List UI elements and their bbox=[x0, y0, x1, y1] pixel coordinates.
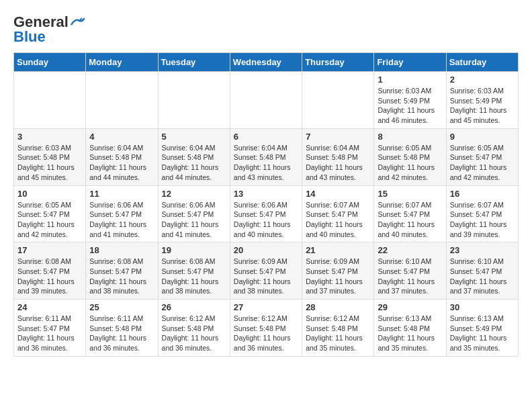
calendar-cell bbox=[230, 72, 302, 129]
day-number: 24 bbox=[17, 302, 82, 312]
calendar-cell bbox=[302, 72, 374, 129]
cell-content: Sunrise: 6:10 AM Sunset: 5:47 PM Dayligh… bbox=[378, 257, 442, 296]
calendar-cell: 19Sunrise: 6:08 AM Sunset: 5:47 PM Dayli… bbox=[158, 242, 230, 300]
calendar-header-row: SundayMondayTuesdayWednesdayThursdayFrid… bbox=[14, 53, 519, 72]
cell-content: Sunrise: 6:05 AM Sunset: 5:47 PM Dayligh… bbox=[17, 200, 82, 240]
calendar-cell: 11Sunrise: 6:06 AM Sunset: 5:47 PM Dayli… bbox=[86, 185, 158, 242]
logo-bird-icon bbox=[70, 17, 85, 28]
cell-content: Sunrise: 6:04 AM Sunset: 5:48 PM Dayligh… bbox=[89, 143, 154, 183]
calendar-cell: 29Sunrise: 6:13 AM Sunset: 5:48 PM Dayli… bbox=[374, 300, 446, 357]
day-number: 7 bbox=[306, 132, 370, 142]
day-number: 20 bbox=[234, 245, 298, 255]
calendar-week-row: 17Sunrise: 6:08 AM Sunset: 5:47 PM Dayli… bbox=[14, 242, 519, 300]
day-number: 6 bbox=[234, 132, 298, 142]
day-number: 12 bbox=[162, 189, 226, 199]
cell-content: Sunrise: 6:08 AM Sunset: 5:47 PM Dayligh… bbox=[89, 257, 154, 296]
cell-content: Sunrise: 6:05 AM Sunset: 5:48 PM Dayligh… bbox=[378, 143, 442, 183]
calendar-cell: 1Sunrise: 6:03 AM Sunset: 5:49 PM Daylig… bbox=[374, 72, 446, 129]
day-number: 25 bbox=[89, 302, 154, 312]
cell-content: Sunrise: 6:03 AM Sunset: 5:48 PM Dayligh… bbox=[17, 143, 82, 183]
day-number: 14 bbox=[306, 189, 370, 199]
calendar-cell: 26Sunrise: 6:12 AM Sunset: 5:48 PM Dayli… bbox=[158, 300, 230, 357]
calendar-cell: 30Sunrise: 6:13 AM Sunset: 5:49 PM Dayli… bbox=[446, 300, 518, 357]
calendar-cell: 18Sunrise: 6:08 AM Sunset: 5:47 PM Dayli… bbox=[86, 242, 158, 300]
calendar-week-row: 24Sunrise: 6:11 AM Sunset: 5:47 PM Dayli… bbox=[14, 300, 519, 357]
calendar-day-header: Friday bbox=[374, 53, 446, 72]
calendar-cell bbox=[86, 72, 158, 129]
calendar-cell: 27Sunrise: 6:12 AM Sunset: 5:48 PM Dayli… bbox=[230, 300, 302, 357]
calendar-day-header: Tuesday bbox=[158, 53, 230, 72]
day-number: 8 bbox=[378, 132, 442, 142]
calendar-cell: 5Sunrise: 6:04 AM Sunset: 5:48 PM Daylig… bbox=[158, 128, 230, 185]
cell-content: Sunrise: 6:04 AM Sunset: 5:48 PM Dayligh… bbox=[234, 143, 298, 183]
cell-content: Sunrise: 6:11 AM Sunset: 5:47 PM Dayligh… bbox=[17, 314, 82, 353]
day-number: 30 bbox=[450, 302, 515, 312]
calendar-week-row: 1Sunrise: 6:03 AM Sunset: 5:49 PM Daylig… bbox=[14, 72, 519, 129]
calendar-cell bbox=[14, 72, 86, 129]
page-header: General Blue bbox=[13, 13, 519, 46]
day-number: 4 bbox=[89, 132, 154, 142]
day-number: 2 bbox=[450, 75, 515, 85]
calendar-cell: 12Sunrise: 6:06 AM Sunset: 5:47 PM Dayli… bbox=[158, 185, 230, 242]
day-number: 13 bbox=[234, 189, 298, 199]
cell-content: Sunrise: 6:13 AM Sunset: 5:49 PM Dayligh… bbox=[450, 314, 515, 353]
calendar-cell: 13Sunrise: 6:06 AM Sunset: 5:47 PM Dayli… bbox=[230, 185, 302, 242]
day-number: 29 bbox=[378, 302, 442, 312]
cell-content: Sunrise: 6:04 AM Sunset: 5:48 PM Dayligh… bbox=[162, 143, 226, 183]
calendar-cell: 25Sunrise: 6:11 AM Sunset: 5:48 PM Dayli… bbox=[86, 300, 158, 357]
calendar-cell: 14Sunrise: 6:07 AM Sunset: 5:47 PM Dayli… bbox=[302, 185, 374, 242]
calendar-cell: 4Sunrise: 6:04 AM Sunset: 5:48 PM Daylig… bbox=[86, 128, 158, 185]
cell-content: Sunrise: 6:13 AM Sunset: 5:48 PM Dayligh… bbox=[378, 314, 442, 353]
day-number: 11 bbox=[89, 189, 154, 199]
day-number: 23 bbox=[450, 245, 515, 255]
day-number: 1 bbox=[378, 75, 442, 85]
day-number: 3 bbox=[17, 132, 82, 142]
cell-content: Sunrise: 6:07 AM Sunset: 5:47 PM Dayligh… bbox=[450, 200, 515, 240]
calendar-cell: 22Sunrise: 6:10 AM Sunset: 5:47 PM Dayli… bbox=[374, 242, 446, 300]
cell-content: Sunrise: 6:12 AM Sunset: 5:48 PM Dayligh… bbox=[162, 314, 226, 353]
cell-content: Sunrise: 6:07 AM Sunset: 5:47 PM Dayligh… bbox=[378, 200, 442, 240]
calendar-cell: 28Sunrise: 6:12 AM Sunset: 5:48 PM Dayli… bbox=[302, 300, 374, 357]
day-number: 27 bbox=[234, 302, 298, 312]
cell-content: Sunrise: 6:06 AM Sunset: 5:47 PM Dayligh… bbox=[162, 200, 226, 240]
calendar-cell: 6Sunrise: 6:04 AM Sunset: 5:48 PM Daylig… bbox=[230, 128, 302, 185]
day-number: 26 bbox=[162, 302, 226, 312]
calendar-cell: 2Sunrise: 6:03 AM Sunset: 5:49 PM Daylig… bbox=[446, 72, 518, 129]
cell-content: Sunrise: 6:09 AM Sunset: 5:47 PM Dayligh… bbox=[306, 257, 370, 296]
day-number: 16 bbox=[450, 189, 515, 199]
calendar-cell bbox=[158, 72, 230, 129]
cell-content: Sunrise: 6:06 AM Sunset: 5:47 PM Dayligh… bbox=[234, 200, 298, 240]
day-number: 9 bbox=[450, 132, 515, 142]
calendar-day-header: Wednesday bbox=[230, 53, 302, 72]
calendar-day-header: Thursday bbox=[302, 53, 374, 72]
calendar-day-header: Saturday bbox=[446, 53, 518, 72]
calendar-cell: 8Sunrise: 6:05 AM Sunset: 5:48 PM Daylig… bbox=[374, 128, 446, 185]
cell-content: Sunrise: 6:06 AM Sunset: 5:47 PM Dayligh… bbox=[89, 200, 154, 240]
calendar-day-header: Monday bbox=[86, 53, 158, 72]
calendar-week-row: 3Sunrise: 6:03 AM Sunset: 5:48 PM Daylig… bbox=[14, 128, 519, 185]
cell-content: Sunrise: 6:03 AM Sunset: 5:49 PM Dayligh… bbox=[378, 86, 442, 126]
cell-content: Sunrise: 6:04 AM Sunset: 5:48 PM Dayligh… bbox=[306, 143, 370, 183]
day-number: 10 bbox=[17, 189, 82, 199]
calendar-cell: 17Sunrise: 6:08 AM Sunset: 5:47 PM Dayli… bbox=[14, 242, 86, 300]
calendar-cell: 20Sunrise: 6:09 AM Sunset: 5:47 PM Dayli… bbox=[230, 242, 302, 300]
calendar-cell: 10Sunrise: 6:05 AM Sunset: 5:47 PM Dayli… bbox=[14, 185, 86, 242]
cell-content: Sunrise: 6:09 AM Sunset: 5:47 PM Dayligh… bbox=[234, 257, 298, 296]
cell-content: Sunrise: 6:12 AM Sunset: 5:48 PM Dayligh… bbox=[306, 314, 370, 353]
calendar-cell: 15Sunrise: 6:07 AM Sunset: 5:47 PM Dayli… bbox=[374, 185, 446, 242]
calendar-day-header: Sunday bbox=[14, 53, 86, 72]
calendar-week-row: 10Sunrise: 6:05 AM Sunset: 5:47 PM Dayli… bbox=[14, 185, 519, 242]
day-number: 15 bbox=[378, 189, 442, 199]
day-number: 18 bbox=[89, 245, 154, 255]
calendar-cell: 9Sunrise: 6:05 AM Sunset: 5:47 PM Daylig… bbox=[446, 128, 518, 185]
calendar-cell: 21Sunrise: 6:09 AM Sunset: 5:47 PM Dayli… bbox=[302, 242, 374, 300]
logo-blue: Blue bbox=[13, 28, 46, 46]
day-number: 21 bbox=[306, 245, 370, 255]
cell-content: Sunrise: 6:05 AM Sunset: 5:47 PM Dayligh… bbox=[450, 143, 515, 183]
day-number: 28 bbox=[306, 302, 370, 312]
calendar-cell: 16Sunrise: 6:07 AM Sunset: 5:47 PM Dayli… bbox=[446, 185, 518, 242]
calendar-table: SundayMondayTuesdayWednesdayThursdayFrid… bbox=[13, 52, 519, 357]
day-number: 22 bbox=[378, 245, 442, 255]
cell-content: Sunrise: 6:12 AM Sunset: 5:48 PM Dayligh… bbox=[234, 314, 298, 353]
calendar-cell: 23Sunrise: 6:10 AM Sunset: 5:47 PM Dayli… bbox=[446, 242, 518, 300]
